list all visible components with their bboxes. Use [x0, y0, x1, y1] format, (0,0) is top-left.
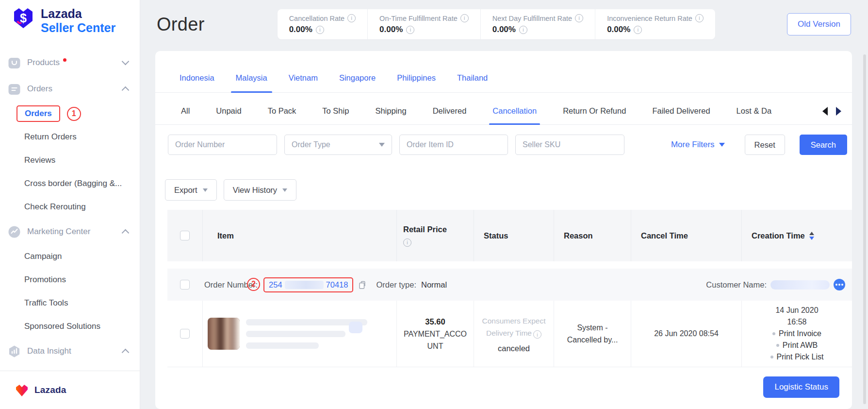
cancel-time-cell: 26 Jun 2020 08:54 [631, 301, 741, 367]
more-filters-button[interactable]: More Filters [671, 140, 725, 150]
tab-singapore[interactable]: Singapore [338, 73, 377, 92]
sidebar-item-label: Return Orders [24, 132, 77, 142]
redacted-item-title [246, 319, 391, 349]
view-history-button[interactable]: View History [224, 179, 296, 201]
order-number-link[interactable]: 254 [269, 280, 282, 290]
info-icon[interactable]: i [460, 14, 469, 22]
tab-lost-damaged[interactable]: Lost & Da [736, 106, 772, 124]
tab-shipping[interactable]: Shipping [375, 106, 407, 124]
sidebar-item-label: Campaign [24, 252, 62, 261]
tab-cancellation[interactable]: Cancellation [492, 106, 537, 124]
tab-delivered[interactable]: Delivered [432, 106, 467, 124]
sidebar-item-orders-section[interactable]: Orders [0, 76, 140, 102]
sidebar-item-return-orders[interactable]: Return Orders [0, 125, 140, 149]
sidebar-item-data-insight[interactable]: Data Insight [0, 338, 140, 364]
tab-all[interactable]: All [180, 106, 190, 124]
info-icon[interactable]: i [634, 26, 642, 34]
stat-cancellation-rate: Cancellation Ratei 0.00%i [278, 9, 367, 39]
tab-to-pack[interactable]: To Pack [267, 106, 297, 124]
vertical-scrollbar[interactable] [863, 54, 866, 404]
tab-return-or-refund[interactable]: Return Or Refund [562, 106, 626, 124]
info-icon[interactable]: i [695, 14, 704, 22]
chat-icon[interactable] [834, 279, 845, 290]
order-type-select[interactable]: Order Type [284, 135, 392, 155]
payment-method: PAYMENT_ACCOUNT [403, 328, 468, 352]
tab-thailand[interactable]: Thailand [456, 73, 489, 92]
sidebar-item-marketing-center[interactable]: Marketing Center [0, 219, 140, 245]
tab-to-ship[interactable]: To Ship [322, 106, 349, 124]
annotation-step-1-badge: 1 [67, 107, 81, 121]
data-insight-icon [8, 345, 21, 358]
tab-vietnam[interactable]: Vietnam [288, 73, 319, 92]
sidebar-item-check-rerouting[interactable]: Check Rerouting [0, 195, 140, 219]
sidebar-item-cross-border[interactable]: Cross border (Bagging &... [0, 172, 140, 195]
tab-philippines[interactable]: Philippines [396, 73, 437, 92]
info-icon[interactable]: i [406, 26, 414, 34]
annotation-box-orders[interactable]: Orders [16, 105, 60, 122]
sidebar-item-label: Products [27, 58, 60, 68]
content-card: Indonesia Malaysia Vietnam Singapore Phi… [155, 51, 852, 409]
copy-icon[interactable] [358, 280, 367, 290]
dollar-glyph: $ [20, 11, 27, 25]
sidebar-item-label: Cross border (Bagging &... [24, 179, 122, 188]
sidebar-item-traffic-tools[interactable]: Traffic Tools [0, 291, 140, 315]
select-all-checkbox[interactable] [180, 231, 190, 240]
left-arrow-icon[interactable] [822, 107, 828, 116]
info-icon[interactable]: i [533, 330, 541, 339]
old-version-button[interactable]: Old Version [787, 13, 851, 35]
brand[interactable]: $ Lazada Seller Center [0, 0, 140, 35]
sort-icon[interactable] [809, 232, 814, 240]
info-icon[interactable]: i [403, 239, 411, 247]
tab-indonesia[interactable]: Indonesia [179, 73, 215, 92]
redacted-order-number [285, 281, 324, 289]
column-header-reason: Reason [554, 210, 631, 261]
app-root: $ Lazada Seller Center Products Orders O… [0, 0, 868, 409]
info-icon[interactable]: i [575, 14, 583, 22]
export-button[interactable]: Export [165, 179, 217, 201]
sidebar-item-products[interactable]: Products [0, 50, 140, 76]
filter-bar: Order Type More Filters Reset Search [168, 135, 847, 155]
sidebar-item-label: Marketing Center [27, 227, 90, 237]
info-icon[interactable]: i [316, 26, 324, 34]
creation-date: 14 Jun 2020 [775, 305, 818, 316]
table-header-row: Item Retail Price i Status Reason Cancel… [167, 210, 852, 261]
table-toolbar: Export View History [165, 179, 852, 201]
order-number-label: Order Number: 2 [204, 280, 258, 290]
tab-malaysia[interactable]: Malaysia [235, 73, 268, 92]
order-number-input[interactable] [168, 135, 277, 155]
stat-label: Cancellation Rate [289, 15, 344, 22]
info-icon[interactable]: i [347, 14, 356, 22]
sidebar-item-reviews[interactable]: Reviews [0, 149, 140, 172]
order-group-checkbox[interactable] [180, 280, 190, 290]
sidebar-item-campaign[interactable]: Campaign [0, 245, 140, 268]
right-arrow-icon[interactable] [836, 107, 841, 116]
print-pick-list-link[interactable]: Print Pick List [770, 351, 824, 363]
reason-value: System - Cancelled by... [562, 322, 623, 346]
sidebar-item-orders[interactable]: Orders 1 [0, 102, 140, 125]
footer-brand-name: Lazada [34, 385, 66, 395]
stat-nextday-fulfillment-rate: Next Day Fulfillment Ratei 0.00%i [480, 9, 595, 39]
dropdown-caret-icon [379, 143, 385, 147]
sidebar-item-sponsored-solutions[interactable]: Sponsored Solutions [0, 315, 140, 338]
logistic-status-button[interactable]: Logistic Status [763, 376, 839, 398]
order-item-id-input[interactable] [399, 135, 508, 155]
row-checkbox[interactable] [180, 329, 190, 339]
sidebar-item-label: Orders [27, 84, 52, 94]
search-button[interactable]: Search [800, 135, 847, 155]
redacted-customer-name [770, 280, 830, 290]
reset-button[interactable]: Reset [745, 135, 785, 155]
seller-sku-input[interactable] [515, 135, 624, 155]
order-number-link[interactable]: 70418 [326, 280, 348, 290]
tab-unpaid[interactable]: Unpaid [215, 106, 242, 124]
table-row: 35.60 PAYMENT_ACCOUNT Consumers Expect D… [167, 301, 852, 367]
tab-failed-delivered[interactable]: Failed Delivered [652, 106, 710, 124]
print-invoice-link[interactable]: Print Invoice [772, 328, 821, 340]
sidebar-item-promotions[interactable]: Promotions [0, 268, 140, 291]
print-awb-link[interactable]: Print AWB [776, 340, 818, 351]
info-icon[interactable]: i [519, 26, 527, 34]
country-tabs: Indonesia Malaysia Vietnam Singapore Phi… [155, 51, 852, 93]
column-header-item: Item [202, 210, 396, 261]
product-image[interactable] [208, 318, 240, 350]
column-header-creation-time[interactable]: Creation Time [741, 210, 852, 261]
sidebar-item-label: Traffic Tools [24, 298, 68, 308]
